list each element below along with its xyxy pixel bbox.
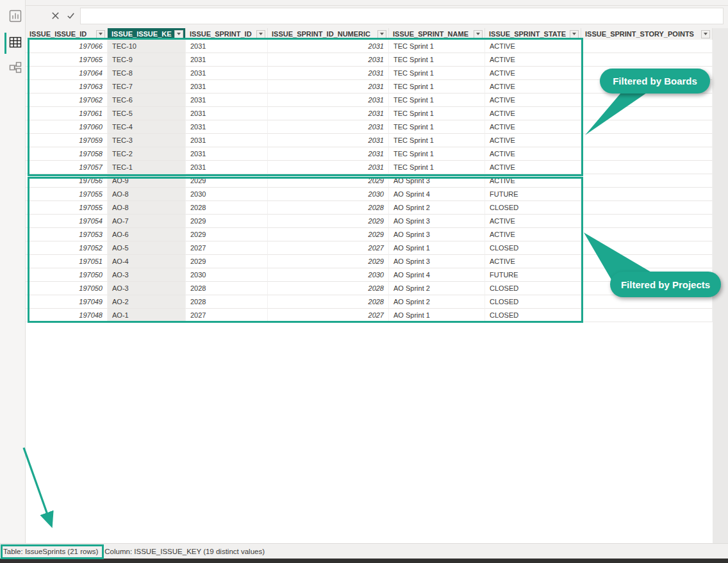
table-cell[interactable]: 2031 — [268, 67, 389, 80]
table-cell[interactable]: TEC Sprint 1 — [389, 40, 485, 53]
table-cell[interactable] — [581, 120, 713, 134]
table-cell[interactable] — [581, 282, 713, 295]
table-cell[interactable] — [581, 295, 713, 309]
table-cell[interactable]: 197050 — [26, 268, 108, 282]
table-cell[interactable]: FUTURE — [485, 188, 581, 201]
table-cell[interactable]: 197065 — [26, 53, 108, 67]
table-cell[interactable] — [581, 174, 713, 188]
table-cell[interactable]: ACTIVE — [485, 228, 581, 241]
table-cell[interactable] — [581, 40, 713, 53]
table-cell[interactable]: 2028 — [186, 295, 268, 309]
table-cell[interactable]: AO-8 — [108, 188, 186, 201]
table-cell[interactable]: 2029 — [186, 228, 268, 241]
vertical-scrollbar-gutter[interactable] — [713, 28, 728, 543]
table-cell[interactable]: TEC-2 — [108, 147, 186, 161]
table-cell[interactable]: 2030 — [268, 188, 389, 201]
column-header-issue_sprint_id[interactable]: ISSUE_SPRINT_ID — [186, 28, 268, 40]
table-cell[interactable]: AO-2 — [108, 295, 186, 309]
table-cell[interactable]: ACTIVE — [485, 161, 581, 174]
table-cell[interactable]: AO Sprint 2 — [389, 201, 485, 215]
table-cell[interactable]: AO-5 — [108, 241, 186, 255]
formula-bar-input[interactable] — [80, 8, 724, 24]
table-cell[interactable]: ACTIVE — [485, 174, 581, 188]
table-cell[interactable]: 197054 — [26, 215, 108, 228]
table-cell[interactable]: AO-7 — [108, 215, 186, 228]
table-cell[interactable] — [581, 268, 713, 282]
table-cell[interactable] — [581, 107, 713, 120]
table-cell[interactable]: TEC-8 — [108, 67, 186, 80]
table-cell[interactable]: 2027 — [186, 241, 268, 255]
table-cell[interactable]: 2031 — [186, 40, 268, 53]
table-cell[interactable]: AO Sprint 4 — [389, 188, 485, 201]
table-cell[interactable]: 197063 — [26, 80, 108, 94]
table-cell[interactable]: 2027 — [268, 241, 389, 255]
table-cell[interactable]: AO-4 — [108, 255, 186, 268]
table-cell[interactable]: 2031 — [268, 161, 389, 174]
table-cell[interactable]: TEC-5 — [108, 107, 186, 120]
table-cell[interactable]: 2031 — [268, 107, 389, 120]
model-view-button[interactable] — [9, 61, 22, 74]
table-cell[interactable] — [581, 241, 713, 255]
table-cell[interactable]: 197049 — [26, 295, 108, 309]
table-cell[interactable]: 2029 — [268, 228, 389, 241]
table-cell[interactable]: 2028 — [186, 282, 268, 295]
table-cell[interactable]: 2029 — [268, 215, 389, 228]
column-filter-dropdown[interactable] — [474, 30, 483, 38]
table-cell[interactable]: TEC Sprint 1 — [389, 67, 485, 80]
table-cell[interactable]: 2031 — [186, 80, 268, 94]
table-cell[interactable]: 2028 — [186, 201, 268, 215]
table-cell[interactable]: 2028 — [268, 295, 389, 309]
table-cell[interactable]: 2031 — [268, 53, 389, 67]
column-filter-dropdown[interactable] — [96, 30, 105, 38]
table-cell[interactable] — [581, 134, 713, 147]
column-filter-dropdown[interactable] — [377, 30, 386, 38]
table-cell[interactable]: 2031 — [186, 120, 268, 134]
table-cell[interactable] — [581, 188, 713, 201]
table-cell[interactable]: 2031 — [186, 67, 268, 80]
table-cell[interactable]: 2029 — [186, 174, 268, 188]
table-cell[interactable]: TEC Sprint 1 — [389, 161, 485, 174]
table-cell[interactable]: CLOSED — [485, 295, 581, 309]
table-cell[interactable]: CLOSED — [485, 309, 581, 322]
table-cell[interactable]: TEC-3 — [108, 134, 186, 147]
cancel-button[interactable] — [47, 8, 63, 24]
table-cell[interactable]: ACTIVE — [485, 120, 581, 134]
table-cell[interactable]: 197052 — [26, 241, 108, 255]
table-cell[interactable]: ACTIVE — [485, 147, 581, 161]
column-filter-dropdown[interactable] — [174, 30, 183, 38]
column-filter-dropdown[interactable] — [701, 30, 710, 38]
table-cell[interactable]: AO Sprint 4 — [389, 268, 485, 282]
table-cell[interactable]: CLOSED — [485, 201, 581, 215]
table-cell[interactable]: AO Sprint 3 — [389, 174, 485, 188]
table-cell[interactable]: 2031 — [186, 147, 268, 161]
data-view-button[interactable] — [9, 36, 22, 49]
table-cell[interactable]: AO Sprint 1 — [389, 309, 485, 322]
table-cell[interactable]: TEC Sprint 1 — [389, 53, 485, 67]
table-cell[interactable]: 2031 — [186, 161, 268, 174]
table-cell[interactable]: 197061 — [26, 107, 108, 120]
commit-button[interactable] — [63, 8, 78, 24]
table-cell[interactable]: 197051 — [26, 255, 108, 268]
table-cell[interactable]: TEC Sprint 1 — [389, 94, 485, 107]
table-cell[interactable]: FUTURE — [485, 268, 581, 282]
column-header-issue_sprint_story_points[interactable]: ISSUE_SPRINT_STORY_POINTS — [581, 28, 713, 40]
table-cell[interactable]: AO Sprint 2 — [389, 295, 485, 309]
table-cell[interactable] — [581, 94, 713, 107]
column-header-issue_sprint_name[interactable]: ISSUE_SPRINT_NAME — [389, 28, 485, 40]
table-cell[interactable]: CLOSED — [485, 282, 581, 295]
table-cell[interactable]: TEC Sprint 1 — [389, 120, 485, 134]
table-cell[interactable] — [581, 80, 713, 94]
table-cell[interactable]: AO Sprint 1 — [389, 241, 485, 255]
table-cell[interactable]: TEC-1 — [108, 161, 186, 174]
table-cell[interactable]: TEC Sprint 1 — [389, 80, 485, 94]
table-cell[interactable] — [581, 53, 713, 67]
table-cell[interactable] — [581, 67, 713, 80]
table-cell[interactable]: 197055 — [26, 201, 108, 215]
table-cell[interactable]: 2031 — [268, 134, 389, 147]
column-filter-dropdown[interactable] — [570, 30, 579, 38]
table-cell[interactable]: AO-1 — [108, 309, 186, 322]
table-cell[interactable]: 2031 — [268, 40, 389, 53]
table-cell[interactable]: 2031 — [268, 120, 389, 134]
table-cell[interactable]: AO Sprint 2 — [389, 282, 485, 295]
table-cell[interactable]: 197048 — [26, 309, 108, 322]
